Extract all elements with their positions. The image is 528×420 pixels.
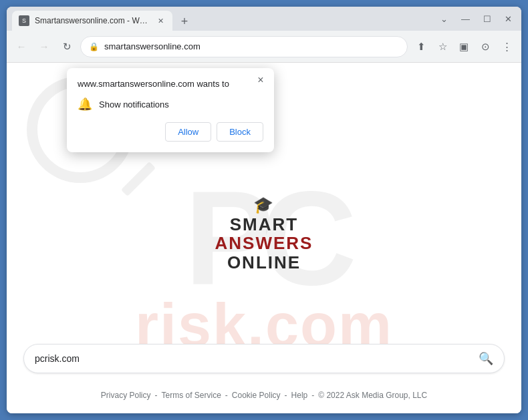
- new-tab-button[interactable]: +: [175, 12, 194, 31]
- toolbar-icons: ⬆ ☆ ▣ ⊙ ⋮: [412, 37, 516, 56]
- reload-button[interactable]: ↻: [57, 37, 76, 56]
- title-bar: S Smartanswersonline.com - What ✕ + ⌄ — …: [7, 7, 521, 31]
- sep2: -: [225, 391, 228, 400]
- brand-online: ONLINE: [227, 252, 301, 272]
- brand-cap-icon: 🎓: [215, 196, 313, 214]
- tab-bar: S Smartanswersonline.com - What ✕ +: [12, 7, 434, 31]
- sep3: -: [285, 391, 287, 400]
- terms-link[interactable]: Terms of Service: [162, 391, 221, 400]
- search-input[interactable]: pcrisk.com: [35, 353, 479, 364]
- sidebar-icon[interactable]: ▣: [454, 37, 473, 56]
- help-link[interactable]: Help: [291, 391, 308, 400]
- tab-close-button[interactable]: ✕: [155, 15, 166, 26]
- notification-text: Show notifications: [99, 99, 169, 110]
- privacy-link[interactable]: Privacy Policy: [101, 391, 151, 400]
- back-button[interactable]: ←: [12, 37, 31, 56]
- sep4: -: [311, 391, 314, 400]
- address-bar-row: ← → ↻ 🔒 smartanswersonline.com ⬆ ☆ ▣ ⊙ ⋮: [7, 31, 521, 63]
- lock-icon: 🔒: [89, 42, 99, 51]
- notification-buttons: Allow Block: [78, 122, 263, 142]
- footer-links: Privacy Policy - Terms of Service - Cook…: [101, 391, 427, 400]
- notification-row: 🔔 Show notifications: [78, 97, 263, 112]
- close-button[interactable]: ✕: [501, 13, 516, 25]
- tab-favicon: S: [19, 15, 29, 26]
- notification-popup: × www.smartanswersonline.com wants to 🔔 …: [67, 68, 274, 152]
- maximize-button[interactable]: ☐: [479, 13, 495, 25]
- search-bar[interactable]: pcrisk.com 🔍: [23, 344, 505, 373]
- brand-logo: 🎓 SMART ANSWERS ONLINE: [215, 196, 313, 272]
- bookmark-icon[interactable]: ☆: [433, 37, 452, 56]
- copyright-text: © 2022 Ask Media Group, LLC: [318, 391, 427, 400]
- url-text: smartanswersonline.com: [104, 41, 399, 51]
- bell-icon: 🔔: [78, 97, 92, 112]
- block-button[interactable]: Block: [217, 122, 263, 142]
- popup-title: www.smartanswersonline.com wants to: [78, 79, 263, 89]
- page-content: PC risk.com 🎓 SMART ANSWERS ONLINE pcris…: [7, 63, 521, 413]
- brand-answers: ANSWERS: [215, 234, 313, 254]
- popup-close-button[interactable]: ×: [254, 73, 267, 87]
- address-bar[interactable]: 🔒 smartanswersonline.com: [80, 36, 408, 57]
- minimize-button[interactable]: —: [457, 13, 474, 25]
- window-controls: ⌄ — ☐ ✕: [436, 13, 516, 25]
- forward-button[interactable]: →: [35, 37, 53, 56]
- allow-button[interactable]: Allow: [165, 122, 211, 142]
- search-icon[interactable]: 🔍: [479, 351, 493, 366]
- brand-smart: SMART: [230, 214, 298, 234]
- tab-title: Smartanswersonline.com - What: [35, 16, 150, 25]
- sep1: -: [155, 391, 158, 400]
- share-icon[interactable]: ⬆: [412, 37, 430, 56]
- menu-icon[interactable]: ⋮: [497, 37, 516, 56]
- browser-window: S Smartanswersonline.com - What ✕ + ⌄ — …: [7, 7, 521, 413]
- profile-icon[interactable]: ⊙: [476, 37, 495, 56]
- active-tab[interactable]: S Smartanswersonline.com - What ✕: [12, 11, 172, 31]
- cookie-link[interactable]: Cookie Policy: [232, 391, 281, 400]
- tab-search-icon[interactable]: ⌄: [436, 13, 452, 25]
